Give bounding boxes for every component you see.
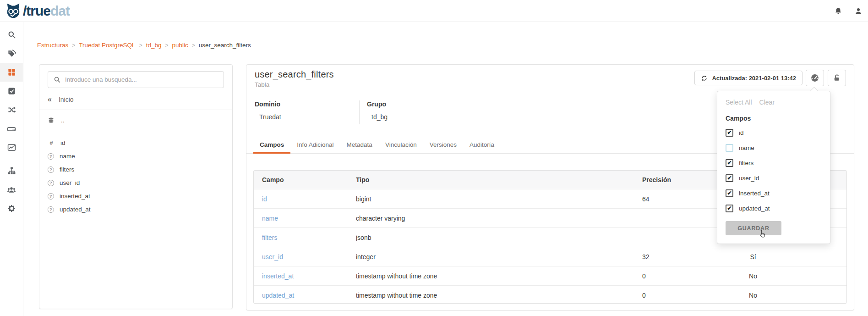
cell-campo: user_id (254, 247, 348, 266)
divider (39, 110, 232, 110)
field-list-item[interactable]: ? updated_at (48, 203, 224, 216)
explorer-parent-item[interactable]: .. (48, 116, 224, 124)
checkbox[interactable] (726, 189, 733, 197)
users-icon[interactable] (0, 180, 23, 199)
column-option: inserted_at (726, 188, 822, 198)
domain-label: Dominio (255, 100, 359, 108)
home-label: Inicio (59, 96, 74, 103)
sidebar-rail (0, 22, 23, 316)
column-settings-button[interactable] (806, 70, 824, 86)
systems-drive-icon[interactable] (0, 119, 23, 138)
field-link[interactable]: user_id (262, 253, 283, 261)
cell-precision (634, 228, 726, 247)
domain-block: Dominio Truedat (255, 100, 359, 124)
cell-precision: 32 (634, 247, 726, 266)
owl-icon (5, 2, 22, 20)
cell-nullable: Sí (726, 247, 781, 266)
breadcrumb-item[interactable]: Truedat PostgreSQL > (79, 42, 146, 49)
field-type-icon: ? (48, 153, 54, 160)
breadcrumb-item[interactable]: public > (172, 42, 198, 49)
field-list-item[interactable]: ? filters (48, 163, 224, 176)
field-label: updated_at (60, 206, 91, 213)
option-label: id (739, 129, 744, 136)
select-all-link[interactable]: Select All (726, 99, 752, 106)
column-option: filters (726, 158, 822, 167)
dashboards-chart-icon[interactable] (0, 138, 23, 157)
popover-heading: Campos (726, 115, 822, 122)
checkbox[interactable] (726, 174, 733, 182)
column-option: updated_at (726, 204, 822, 213)
checkbox[interactable] (726, 159, 733, 167)
checkbox[interactable] (726, 205, 733, 212)
cell-precision: 0 (634, 286, 726, 304)
cell-tipo: integer (348, 247, 634, 266)
cell-precision (634, 209, 726, 227)
field-list-item[interactable]: ? inserted_at (48, 189, 224, 203)
breadcrumb-separator: > (165, 42, 168, 49)
explorer-search-box[interactable] (48, 71, 224, 88)
collapse-chevrons-icon: « (48, 95, 52, 104)
field-list-item[interactable]: # id (48, 136, 224, 150)
cell-nullable: No (726, 266, 781, 285)
tab[interactable]: Vinculación (379, 136, 423, 153)
field-link[interactable]: id (262, 195, 267, 203)
unlock-button[interactable] (828, 70, 846, 86)
truedat-logo[interactable]: /truedat (5, 2, 70, 20)
checkbox[interactable] (726, 129, 733, 137)
breadcrumb-item[interactable]: td_bg > (146, 42, 172, 49)
taxonomy-sitemap-icon[interactable] (0, 161, 23, 180)
quality-check-icon[interactable] (0, 82, 23, 100)
option-label: inserted_at (739, 190, 770, 197)
tags-icon[interactable] (0, 44, 23, 63)
column-chooser-popover: Select All Clear Campos id name filters (717, 91, 830, 244)
field-label: filters (60, 166, 74, 173)
structure-type-label: Tabla (255, 81, 334, 88)
field-link[interactable]: updated_at (262, 292, 294, 299)
option-label: name (739, 144, 754, 151)
field-label: name (60, 153, 75, 160)
column-option: user_id (726, 173, 822, 183)
col-header-campo: Campo (254, 171, 348, 189)
clear-link[interactable]: Clear (759, 99, 775, 106)
tab[interactable]: Auditoría (463, 136, 501, 153)
field-link[interactable]: inserted_at (262, 272, 294, 280)
field-type-icon: # (48, 139, 55, 146)
cell-tipo: jsonb (348, 228, 634, 247)
breadcrumb-item[interactable]: user_search_filters (199, 42, 258, 49)
field-type-icon: ? (48, 206, 54, 213)
lineage-shuffle-icon[interactable] (0, 100, 23, 119)
top-bar: /truedat (0, 0, 868, 22)
field-list-item[interactable]: ? name (48, 150, 224, 163)
field-link[interactable]: filters (262, 234, 277, 241)
cell-campo: inserted_at (254, 266, 348, 285)
table-row: inserted_at timestamp without time zone … (254, 266, 846, 285)
field-list-item[interactable]: ? user_id (48, 176, 224, 189)
tab[interactable]: Campos (253, 136, 290, 153)
user-icon[interactable] (854, 7, 863, 15)
parent-label: .. (61, 116, 65, 124)
tab[interactable]: Versiones (423, 136, 463, 153)
field-link[interactable]: name (262, 215, 278, 222)
tab[interactable]: Info Adicional (290, 136, 340, 153)
col-header-precision: Precisión (634, 171, 726, 189)
gauge-icon (810, 73, 819, 83)
breadcrumb-item[interactable]: Estructuras > (37, 42, 79, 49)
save-button[interactable]: GUARDAR (726, 221, 781, 235)
search-icon[interactable] (0, 25, 23, 44)
search-input[interactable] (65, 76, 218, 83)
breadcrumb-separator: > (139, 42, 142, 49)
explorer-home-item[interactable]: « Inicio (48, 95, 224, 104)
field-label: id (60, 139, 66, 146)
updated-label: Actualizada: 2021-02-01 13:42 (712, 75, 796, 82)
tab[interactable]: Metadata (340, 136, 379, 153)
structures-grid-icon[interactable] (0, 63, 23, 82)
settings-gear-icon[interactable] (0, 199, 23, 218)
bell-icon[interactable] (834, 7, 842, 15)
field-type-icon: ? (48, 180, 54, 186)
field-type-icon: ? (48, 166, 54, 173)
field-label: inserted_at (60, 193, 90, 200)
checkbox[interactable] (726, 144, 733, 152)
cell-tipo: bigint (348, 189, 634, 208)
page-title: user_search_filters (255, 69, 334, 80)
refresh-updated-button[interactable]: Actualizada: 2021-02-01 13:42 (694, 71, 802, 85)
